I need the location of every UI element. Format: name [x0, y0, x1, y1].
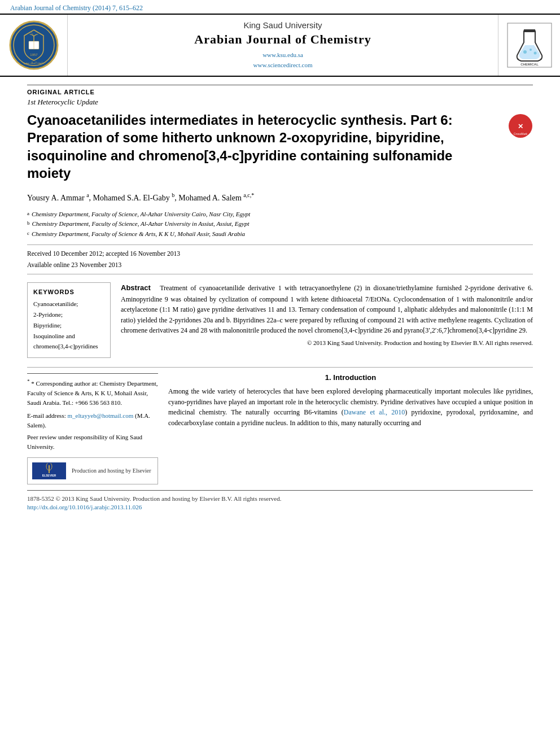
abstract-content: Treatment of cyanoacetanilide derivative… [121, 284, 533, 334]
journal-urls: www.ksu.edu.sa www.sciencedirect.com [253, 50, 313, 70]
authors-line: Yousry A. Ammar a, Mohamed S.A. El-Gaby … [27, 191, 533, 204]
journal-name: Arabian Journal of Chemistry [194, 32, 371, 47]
doi-link[interactable]: http://dx.doi.org/10.1016/j.arabjc.2013.… [27, 504, 142, 510]
svg-text:ELSEVIER: ELSEVIER [42, 474, 56, 477]
author-el-gaby: Mohamed S.A. El-Gaby b [93, 194, 175, 202]
affiliation-c-text: Chemistry Department, Faculty of Science… [32, 229, 245, 239]
svg-text:1957: 1957 [30, 53, 38, 56]
journal-info-center: King Saud University Arabian Journal of … [68, 15, 498, 76]
svg-text:✕: ✕ [518, 123, 523, 130]
elsevier-box: ELSEVIER Production and hosting by Elsev… [27, 457, 158, 484]
series-label: 1st Heterocyclic Update [27, 98, 533, 107]
affiliation-c-sup: c [27, 229, 29, 239]
affiliation-a: a Chemistry Department, Faculty of Scien… [27, 209, 533, 220]
svg-point-9 [523, 50, 527, 54]
svg-rect-17 [49, 465, 50, 473]
ksu-logo-icon: 1957 جامعة الملك سعود [8, 20, 59, 71]
svg-text:CHEMICAL: CHEMICAL [520, 63, 539, 66]
received-date: Received 10 December 2012; accepted 16 N… [27, 248, 533, 260]
affiliation-b-text: Chemistry Department, Faculty of Science… [32, 219, 250, 229]
intro-text: Among the wide variety of heterocycles t… [168, 386, 533, 428]
chemical-logo-container: CHEMICAL [498, 15, 560, 76]
content-area: ORIGINAL ARTICLE 1st Heterocyclic Update… [0, 77, 560, 490]
affiliation-c: c Chemistry Department, Faculty of Scien… [27, 229, 533, 239]
abstract-label: Abstract [121, 283, 151, 292]
corresponding-author-text: * Corresponding author at: Chemistry Dep… [27, 380, 158, 406]
divider [27, 367, 533, 368]
affiliation-b: b Chemistry Department, Faculty of Scien… [27, 219, 533, 229]
keyword-2: 2-Pyridone; [33, 309, 104, 320]
introduction-column: 1. Introduction Among the wide variety o… [168, 373, 533, 484]
keyword-3: Bipyridine; [33, 320, 104, 331]
chemical-logo-icon: CHEMICAL [507, 23, 552, 68]
keyword-4: Isoquinoline and [33, 331, 104, 342]
journal-link-bar: Arabian Journal of Chemistry (2014) 7, 6… [0, 0, 560, 14]
article-title-row: Cyanoacetanilides intermediates in heter… [27, 111, 533, 182]
author-yousry: Yousry A. Ammar a [27, 194, 89, 202]
elsevier-logo-icon: ELSEVIER [32, 462, 66, 479]
footer-notes-intro-row: * * Corresponding author at: Chemistry D… [27, 373, 533, 490]
page: Arabian Journal of Chemistry (2014) 7, 6… [0, 0, 560, 747]
issn-line: 1878-5352 © 2013 King Saud University. P… [27, 495, 533, 502]
svg-point-10 [530, 49, 532, 51]
star-sup: * [27, 378, 30, 384]
email-note: E-mail address: m_eltayyeb@hotmail.com (… [27, 411, 158, 430]
email-label: E-mail address: [27, 412, 66, 419]
dates-section: Received 10 December 2012; accepted 16 N… [27, 244, 533, 274]
article-title: Cyanoacetanilides intermediates in heter… [27, 111, 508, 182]
elsevier-production-text: Production and hosting by Elsevier [72, 466, 151, 475]
ksu-url-link[interactable]: www.ksu.edu.sa [253, 50, 313, 60]
journal-header: 1957 جامعة الملك سعود King Saud Universi… [0, 14, 560, 77]
keyword-5: chromeno[3,4-c]pyridines [33, 341, 104, 352]
doi-line: http://dx.doi.org/10.1016/j.arabjc.2013.… [27, 504, 533, 510]
intro-section-title: 1. Introduction [168, 373, 533, 382]
abstract-body: Abstract Treatment of cyanoacetanilide d… [121, 282, 533, 336]
page-footer: 1878-5352 © 2013 King Saud University. P… [27, 490, 533, 516]
article-section-label: ORIGINAL ARTICLE [27, 85, 533, 95]
keyword-1: Cyanoacetanilide; [33, 299, 104, 309]
available-date: Available online 23 November 2013 [27, 260, 533, 271]
svg-rect-8 [524, 29, 535, 32]
keywords-abstract-row: KEYWORDS Cyanoacetanilide; 2-Pyridone; B… [27, 282, 533, 357]
affiliation-a-sup: a [27, 209, 29, 220]
footnotes-column: * * Corresponding author at: Chemistry D… [27, 373, 158, 484]
keywords-list: Cyanoacetanilide; 2-Pyridone; Bipyridine… [33, 299, 104, 351]
keywords-column: KEYWORDS Cyanoacetanilide; 2-Pyridone; B… [27, 282, 111, 357]
affiliations: a Chemistry Department, Faculty of Scien… [27, 209, 533, 239]
svg-text:CrossMark: CrossMark [514, 132, 528, 136]
abstract-column: Abstract Treatment of cyanoacetanilide d… [121, 282, 533, 357]
abstract-copyright: © 2013 King Saud University. Production … [121, 339, 533, 346]
email-link[interactable]: m_eltayyeb@hotmail.com [67, 412, 133, 419]
affiliation-a-text: Chemistry Department, Faculty of Science… [32, 209, 250, 220]
ksu-logo-container: 1957 جامعة الملك سعود [0, 15, 68, 76]
university-name: King Saud University [243, 20, 322, 30]
sciencedirect-url-link[interactable]: www.sciencedirect.com [253, 60, 313, 71]
corresponding-author-note: * * Corresponding author at: Chemistry D… [27, 377, 158, 408]
affiliation-b-sup: b [27, 219, 30, 229]
journal-citation-link[interactable]: Arabian Journal of Chemistry (2014) 7, 6… [10, 4, 143, 12]
svg-point-11 [533, 52, 536, 55]
author-salem: Mohamed A. Salem a,c,* [178, 194, 254, 202]
dawane-link[interactable]: Dawane et al., 2010 [344, 408, 405, 416]
keywords-header: KEYWORDS [33, 289, 104, 295]
crossmark-icon[interactable]: ✕ CrossMark [508, 113, 533, 138]
peer-review-note: Peer review under responsibility of King… [27, 433, 158, 452]
